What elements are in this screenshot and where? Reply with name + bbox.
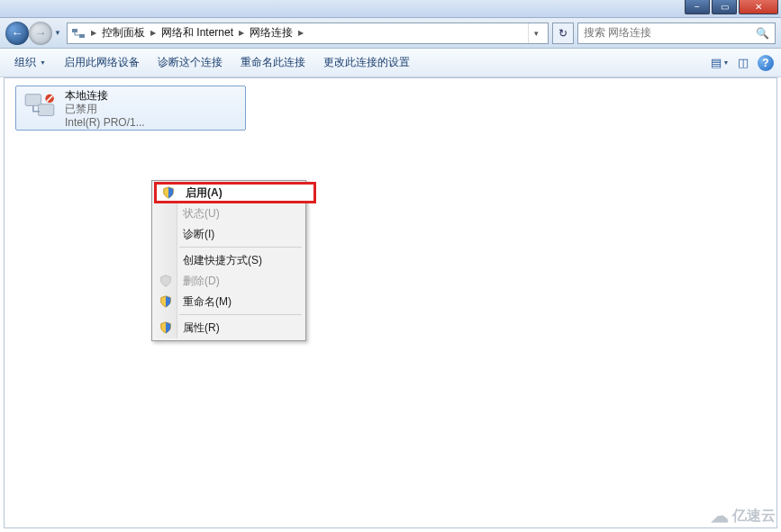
connection-item-local[interactable]: 本地连接 已禁用 Intel(R) PRO/1... xyxy=(15,86,246,131)
breadcrumb-separator-icon: ▶ xyxy=(296,29,305,37)
window-titlebar: − ▭ ✕ xyxy=(0,0,781,18)
breadcrumb-separator-icon: ▶ xyxy=(149,29,158,37)
help-button[interactable]: ? xyxy=(758,55,774,71)
organize-menu[interactable]: 组织 ▼ xyxy=(7,51,53,74)
close-button[interactable]: ✕ xyxy=(739,0,778,14)
connection-adapter: Intel(R) PRO/1... xyxy=(65,116,145,130)
refresh-button[interactable]: ↻ xyxy=(552,23,574,44)
breadcrumb-control-panel[interactable]: 控制面板 xyxy=(98,25,149,41)
context-menu-separator xyxy=(179,247,302,248)
search-placeholder: 搜索 网络连接 xyxy=(584,25,651,41)
nav-history-dropdown[interactable]: ▼ xyxy=(52,22,63,45)
view-icon: ▤ xyxy=(711,56,722,69)
toolbar-right: ▤▼ ◫ ? xyxy=(711,54,774,72)
search-input[interactable]: 搜索 网络连接 🔍 xyxy=(577,23,776,44)
context-menu-properties[interactable]: 属性(R) xyxy=(154,318,304,338)
svg-rect-2 xyxy=(25,95,41,106)
address-dropdown[interactable]: ▾ xyxy=(528,23,544,43)
dropdown-icon: ▼ xyxy=(40,59,46,66)
navigation-bar: ← → ▼ ▶ 控制面板 ▶ 网络和 Internet ▶ 网络连接 ▶ ▾ ↻… xyxy=(0,18,781,49)
address-bar[interactable]: ▶ 控制面板 ▶ 网络和 Internet ▶ 网络连接 ▶ ▾ xyxy=(67,23,549,44)
network-location-icon xyxy=(71,26,86,41)
connection-status: 已禁用 xyxy=(65,103,145,116)
window-controls: − ▭ ✕ xyxy=(685,0,778,14)
diagnose-button[interactable]: 诊断这个连接 xyxy=(150,51,230,74)
watermark-text: 亿速云 xyxy=(732,507,776,526)
cloud-icon: ☁ xyxy=(711,505,729,527)
shield-icon xyxy=(159,295,172,308)
organize-label: 组织 xyxy=(14,55,36,70)
connection-text: 本地连接 已禁用 Intel(R) PRO/1... xyxy=(65,89,145,130)
context-menu-enable[interactable]: 启用(A) xyxy=(154,182,316,203)
shield-icon xyxy=(159,321,172,334)
search-icon: 🔍 xyxy=(756,27,769,40)
breadcrumb-network-connections[interactable]: 网络连接 xyxy=(246,25,296,41)
context-menu-create-shortcut-label: 创建快捷方式(S) xyxy=(183,253,262,268)
svg-rect-0 xyxy=(72,29,77,32)
back-button[interactable]: ← xyxy=(5,22,29,45)
watermark: ☁ 亿速云 xyxy=(711,505,776,527)
context-menu: 启用(A) 状态(U) 诊断(I) 创建快捷方式(S) 删除(D) 重命名(M) xyxy=(151,180,306,341)
breadcrumb-separator-icon: ▶ xyxy=(89,29,98,37)
context-menu-properties-label: 属性(R) xyxy=(183,320,220,336)
context-menu-diagnose[interactable]: 诊断(I) xyxy=(154,224,304,244)
context-menu-delete: 删除(D) xyxy=(154,271,304,291)
connection-title: 本地连接 xyxy=(65,89,145,103)
rename-button[interactable]: 重命名此连接 xyxy=(233,51,313,74)
forward-button[interactable]: → xyxy=(29,22,52,45)
view-options-button[interactable]: ▤▼ xyxy=(711,54,729,72)
context-menu-separator xyxy=(179,314,302,315)
toolbar: 组织 ▼ 启用此网络设备 诊断这个连接 重命名此连接 更改此连接的设置 ▤▼ ◫… xyxy=(0,49,781,77)
breadcrumb-network-internet[interactable]: 网络和 Internet xyxy=(158,25,237,41)
minimize-button[interactable]: − xyxy=(685,0,710,14)
context-menu-diagnose-label: 诊断(I) xyxy=(183,227,214,242)
context-menu-rename[interactable]: 重命名(M) xyxy=(154,292,304,311)
context-menu-enable-label: 启用(A) xyxy=(186,185,222,201)
context-menu-status-label: 状态(U) xyxy=(183,206,220,221)
context-menu-status: 状态(U) xyxy=(154,203,304,223)
nav-arrows: ← → ▼ xyxy=(5,22,63,45)
preview-pane-icon: ◫ xyxy=(738,56,749,69)
content-pane: 本地连接 已禁用 Intel(R) PRO/1... 启用(A) 状态(U) 诊… xyxy=(4,77,777,528)
enable-device-button[interactable]: 启用此网络设备 xyxy=(57,51,147,74)
dropdown-icon: ▼ xyxy=(723,59,730,66)
shield-icon xyxy=(162,186,175,199)
change-settings-button[interactable]: 更改此连接的设置 xyxy=(316,51,417,74)
refresh-icon: ↻ xyxy=(559,27,568,40)
context-menu-rename-label: 重命名(M) xyxy=(183,294,232,310)
maximize-button[interactable]: ▭ xyxy=(712,0,737,14)
network-adapter-icon xyxy=(22,89,58,125)
context-menu-create-shortcut[interactable]: 创建快捷方式(S) xyxy=(154,250,304,270)
context-menu-delete-label: 删除(D) xyxy=(183,274,220,289)
preview-pane-button[interactable]: ◫ xyxy=(734,54,752,72)
shield-icon xyxy=(159,275,172,287)
svg-rect-3 xyxy=(38,104,53,116)
breadcrumb-separator-icon: ▶ xyxy=(237,29,246,37)
